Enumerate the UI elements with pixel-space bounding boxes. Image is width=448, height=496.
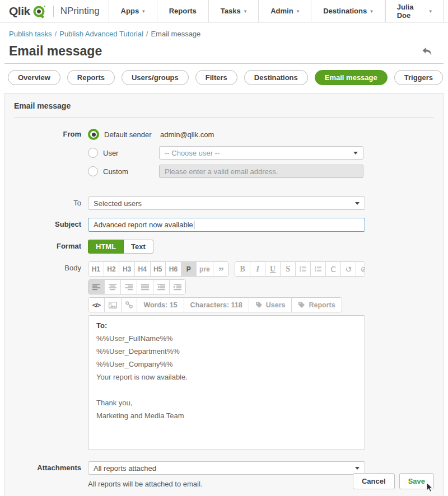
chevron-down-icon: ▾ [370,8,373,14]
subject-label: Subject [5,218,88,228]
body-line: %%User_Department%% [96,348,357,355]
insert-link-icon[interactable] [122,298,137,312]
align-justify-icon[interactable] [137,280,153,294]
tab-users-groups[interactable]: Users/groups [122,70,189,85]
product-name: NPrinting [60,6,100,17]
pre-button[interactable]: pre [197,262,213,276]
unordered-list-icon[interactable] [296,262,311,276]
body-line: %%User_Company%% [96,361,357,368]
nav-item-admin[interactable]: Admin ▾ [259,0,311,22]
h5-button[interactable]: H5 [151,262,166,276]
panel-header: Email message [5,93,443,117]
h2-button[interactable]: H2 [104,262,120,276]
outdent-icon[interactable] [153,280,170,294]
h1-button[interactable]: H1 [88,262,104,276]
users-tag-button[interactable]: Users [249,298,292,312]
indent-icon[interactable] [170,280,185,294]
logo-divider [53,6,54,17]
body-line: Your report is now available. [96,373,357,381]
h3-button[interactable]: H3 [119,262,135,276]
h4-button[interactable]: H4 [135,262,151,276]
tab-overview[interactable]: Overview [8,70,60,85]
character-count: Characters: 118 [184,298,249,312]
nav-item-reports[interactable]: Reports [157,0,209,22]
nav-item-tasks[interactable]: Tasks ▾ [209,0,259,22]
undo-icon[interactable]: ↺ [341,262,356,276]
format-text-button[interactable]: Text [124,240,153,254]
tab-bar: Overview Reports Users/groups Filters De… [0,64,448,91]
panel-footer: Cancel Save [353,473,434,489]
radio-custom[interactable] [88,166,98,176]
body-line [96,386,357,394]
bold-button[interactable]: B [235,262,250,276]
body-line: Thank you, [96,399,357,406]
format-toggle: HTML Text [88,240,153,254]
qlik-logo[interactable]: Qlik NPrinting [0,0,109,22]
italic-button[interactable]: I [250,262,265,276]
redo-icon[interactable]: C [326,262,341,276]
tab-triggers[interactable]: Triggers [394,70,443,85]
tab-filters[interactable]: Filters [195,70,237,85]
undo-icon[interactable] [422,47,432,56]
custom-email-input[interactable]: Please enter a valid email address. [159,165,363,178]
email-body-editor[interactable]: To: %%User_FullName%% %%User_Department%… [88,315,365,450]
format-html-button[interactable]: HTML [88,240,124,254]
chevron-down-icon: ▾ [429,8,432,14]
align-center-icon[interactable] [105,280,121,294]
chevron-down-icon: ▾ [142,8,145,14]
ordered-list-icon[interactable] [311,262,326,276]
alignment-group [88,279,186,294]
tab-reports[interactable]: Reports [67,70,115,85]
nav-item-apps[interactable]: Apps ▾ [109,0,157,22]
email-message-panel: Email message From Default sender admin@… [4,93,444,496]
default-sender-email: admin@qlik.com [160,130,214,139]
panel-divider [14,117,434,118]
radio-default-sender[interactable] [88,129,99,140]
attachments-help-text: All reports will be attached to email. [88,480,365,488]
from-custom-option: Custom Please enter a valid email addres… [88,165,365,178]
clear-formatting-icon[interactable]: ⊘ [356,262,365,276]
paragraph-button[interactable]: P [181,262,197,276]
format-row: Format HTML Text [5,240,443,254]
editor-toolbar-row-1: H1 H2 H3 H4 H5 H6 P pre ” B I U S [88,261,365,277]
radio-user[interactable] [88,148,98,158]
block-format-group: H1 H2 H3 H4 H5 H6 P pre ” [88,261,229,277]
dropdown-caret-icon [355,202,360,205]
qlik-q-icon [32,4,46,18]
cancel-button[interactable]: Cancel [353,473,395,489]
from-row: From Default sender admin@qlik.com User … [5,128,443,183]
align-left-icon[interactable] [88,280,105,294]
nav-item-destinations[interactable]: Destinations ▾ [311,0,385,22]
qlik-wordmark: Qlik [9,4,30,18]
strikethrough-button[interactable]: S [281,262,296,276]
body-line: Marketing and Media Team [96,412,357,419]
editor-toolbar-row-3: </> Word [88,297,365,312]
body-label: Body [5,261,88,272]
to-dropdown[interactable]: Selected users [88,196,365,210]
underline-button[interactable]: U [265,262,281,276]
tab-email-message[interactable]: Email message [315,70,388,85]
align-right-icon[interactable] [121,280,137,294]
breadcrumb-link-publish-tasks[interactable]: Publish tasks [9,30,52,38]
tag-icon [298,301,305,308]
from-default-sender-option: Default sender admin@qlik.com [88,128,365,141]
body-line: %%User_FullName%% [96,335,357,342]
body-line: To: [96,322,357,329]
word-count: Words: 15 [137,298,184,312]
h6-button[interactable]: H6 [166,262,181,276]
code-view-icon[interactable]: </> [88,298,105,312]
breadcrumb-link-publish-advanced-tutorial[interactable]: Publish Advanced Tutorial [59,30,143,38]
subject-input[interactable]: Advanced report now available [88,218,365,232]
attachments-dropdown[interactable]: All reports attached [88,461,365,475]
top-navbar: Qlik NPrinting Apps ▾ Reports Tasks ▾ [0,0,448,22]
tab-destinations[interactable]: Destinations [244,70,308,85]
save-button[interactable]: Save [399,473,434,489]
choose-user-dropdown[interactable]: -- Choose user -- [159,146,363,160]
reports-tag-button[interactable]: Reports [292,298,341,312]
insert-image-icon[interactable] [105,298,122,312]
editor-toolbar-row-2 [88,279,365,294]
user-menu[interactable]: Julia Doe ▾ [385,0,444,22]
from-user-option: User -- Choose user -- [88,146,365,160]
subject-row: Subject Advanced report now available [5,218,443,232]
blockquote-icon[interactable]: ” [213,262,228,276]
